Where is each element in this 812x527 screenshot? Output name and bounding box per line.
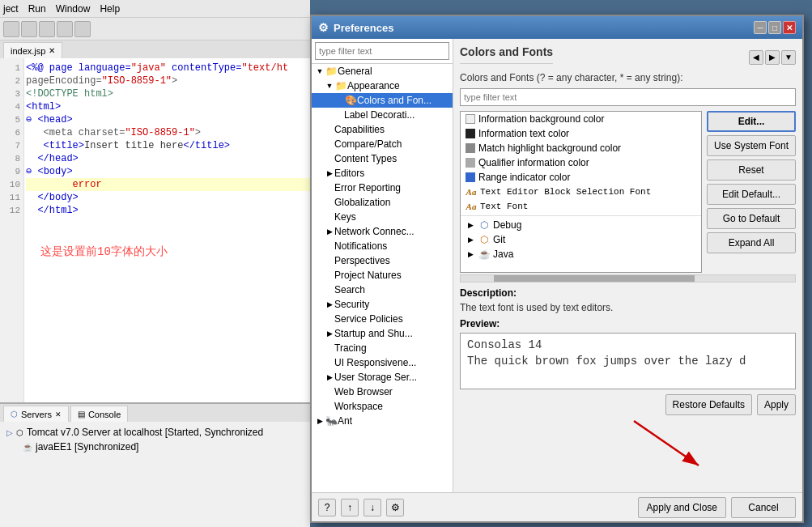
- list-item-info-text[interactable]: Information text color: [461, 126, 701, 141]
- tree-item-compare-patch[interactable]: Compare/Patch: [312, 137, 453, 151]
- tree-item-user-storage[interactable]: ▶ User Storage Ser...: [312, 370, 453, 385]
- settings-icon-button[interactable]: ⚙: [386, 499, 404, 516]
- chinese-label: 这是设置前10字体的大小: [40, 244, 168, 259]
- tree-item-ui-responsiveness[interactable]: UI Responsivene...: [312, 355, 453, 370]
- nav-menu-button[interactable]: ▼: [781, 50, 796, 65]
- preview-section: Preview: Consolas 14 The quick brown fox…: [460, 318, 796, 389]
- list-item-java[interactable]: ▶ ☕ Java: [461, 247, 701, 261]
- apply-button[interactable]: Apply: [757, 394, 796, 415]
- export-button[interactable]: ↑: [341, 499, 359, 516]
- tree-item-keys[interactable]: Keys: [312, 210, 453, 224]
- import-button[interactable]: ↓: [363, 499, 381, 516]
- nav-forward-button[interactable]: ▶: [765, 50, 780, 65]
- reset-button[interactable]: Reset: [707, 159, 796, 181]
- tree-item-capabilities[interactable]: Capabilities: [312, 122, 453, 137]
- tree-item-service-policies[interactable]: Service Policies: [312, 312, 453, 326]
- list-item-text-editor-block-font[interactable]: Aa Text Editor Block Selection Font: [461, 185, 701, 199]
- dialog-overlay: ⚙ Preferences ─ □ ✕ ▼: [310, 0, 812, 527]
- apply-and-close-button[interactable]: Apply and Close: [638, 497, 726, 518]
- toolbar-btn-2[interactable]: [21, 21, 37, 37]
- tab-label: index.jsp: [11, 46, 45, 56]
- restore-defaults-button[interactable]: Restore Defaults: [665, 394, 752, 415]
- tree-item-project-natures[interactable]: Project Natures: [312, 268, 453, 283]
- preferences-dialog: ⚙ Preferences ─ □ ✕ ▼: [310, 15, 804, 523]
- font-icon-block: Aa: [466, 186, 477, 198]
- ide-bottom-panel: ⬡ Servers ✕ ▤ Console ▷ ⬡ Tomcat v7.0 Se…: [0, 402, 310, 527]
- menu-item-project[interactable]: ject: [3, 3, 19, 15]
- dialog-titlebar: ⚙ Preferences ─ □ ✕: [312, 16, 802, 39]
- tab-servers[interactable]: ⬡ Servers ✕: [3, 406, 69, 422]
- tree-item-startup[interactable]: ▶ Startup and Shu...: [312, 326, 453, 341]
- title-buttons: ─ □ ✕: [754, 21, 796, 34]
- minimize-button[interactable]: ─: [754, 21, 767, 34]
- code-editor[interactable]: 1 2 3 4 5 6 7 8 9 10 11 12 <%@ page lang…: [0, 58, 310, 402]
- tab-close-icon[interactable]: ✕: [49, 46, 55, 55]
- font-list[interactable]: Information background color Information…: [460, 111, 702, 273]
- tree-item-error-reporting[interactable]: Error Reporting: [312, 181, 453, 195]
- list-item-debug[interactable]: ▶ ⬡ Debug: [461, 218, 701, 232]
- toolbar-btn-3[interactable]: [39, 21, 55, 37]
- horizontal-scrollbar[interactable]: [460, 274, 796, 283]
- help-button[interactable]: ?: [318, 499, 336, 516]
- content-filter-input[interactable]: [460, 88, 796, 106]
- servers-tab-close[interactable]: ✕: [55, 410, 62, 419]
- toolbar-btn-4[interactable]: [57, 21, 73, 37]
- list-item-git[interactable]: ▶ ⬡ Git: [461, 232, 701, 247]
- code-content: <%@ page language="java" contentType="te…: [26, 62, 310, 217]
- list-item-text-font[interactable]: Aa Text Font: [461, 199, 701, 214]
- tab-console[interactable]: ▤ Console: [70, 406, 128, 422]
- java-icon: ☕: [478, 249, 490, 260]
- tree-item-search[interactable]: Search: [312, 283, 453, 297]
- tree-item-security[interactable]: ▶ Security: [312, 297, 453, 312]
- tree-item-editors[interactable]: ▶ Editors: [312, 166, 453, 181]
- right-buttons: Edit... Use System Font Reset Edit Defau…: [707, 111, 796, 273]
- tree-body[interactable]: ▼ 📁 General ▼ 📁 Appearance: [312, 64, 453, 492]
- expand-all-button[interactable]: Expand All: [707, 232, 796, 253]
- cancel-button[interactable]: Cancel: [731, 497, 796, 518]
- menu-item-run[interactable]: Run: [28, 3, 46, 15]
- edit-button[interactable]: Edit...: [707, 111, 796, 132]
- use-system-font-button[interactable]: Use System Font: [707, 135, 796, 156]
- list-item-range[interactable]: Range indicator color: [461, 170, 701, 185]
- tree-item-notifications[interactable]: Notifications: [312, 239, 453, 253]
- maximize-button[interactable]: □: [768, 21, 781, 34]
- list-item-qualifier[interactable]: Qualifier information color: [461, 155, 701, 170]
- tab-index-jsp[interactable]: index.jsp ✕: [3, 42, 62, 58]
- tree-item-tracing[interactable]: Tracing: [312, 341, 453, 355]
- scrollbar-thumb: [494, 275, 695, 282]
- tree-filter-input[interactable]: [315, 42, 449, 60]
- edit-default-button[interactable]: Edit Default...: [707, 184, 796, 205]
- go-to-default-button[interactable]: Go to Default: [707, 208, 796, 229]
- tree-item-colors-fonts[interactable]: 🎨 Colors and Fon...: [312, 93, 453, 108]
- ide-background: ject Run Window Help index.jsp ✕ 1 2 3 4…: [0, 0, 310, 527]
- close-button[interactable]: ✕: [783, 21, 796, 34]
- ide-menubar: ject Run Window Help: [0, 0, 310, 18]
- tree-item-perspectives[interactable]: Perspectives: [312, 253, 453, 268]
- content-panel: Colors and Fonts ◀ ▶ ▼ Colors and Fonts …: [453, 39, 802, 492]
- list-item-info-bg[interactable]: Information background color: [461, 112, 701, 126]
- tree-item-general[interactable]: ▼ 📁 General: [312, 64, 453, 79]
- tree-item-workspace[interactable]: Workspace: [312, 399, 453, 414]
- menu-item-window[interactable]: Window: [56, 3, 91, 15]
- tree-item-globalization[interactable]: Globalization: [312, 195, 453, 210]
- description-label: Description:: [460, 287, 796, 299]
- color-swatch-qualifier: [466, 158, 475, 168]
- list-item-match-highlight[interactable]: Match highlight background color: [461, 141, 701, 155]
- dialog-bottom-bar: ? ↑ ↓ ⚙ Apply and Close Cancel: [312, 492, 802, 521]
- toolbar-btn-5[interactable]: [74, 21, 91, 37]
- menu-item-help[interactable]: Help: [100, 3, 120, 15]
- tree-item-label-decorations[interactable]: Label Decorati...: [312, 108, 453, 122]
- tree-item-ant[interactable]: ▶ 🐜 Ant: [312, 414, 453, 428]
- tree-item-web-browser[interactable]: Web Browser: [312, 385, 453, 399]
- bottom-left-buttons: ? ↑ ↓ ⚙: [318, 499, 404, 516]
- tree-item-content-types[interactable]: Content Types: [312, 151, 453, 166]
- tree-item-appearance[interactable]: ▼ 📁 Appearance: [312, 79, 453, 93]
- content-subtitle: Colors and Fonts (? = any character, * =…: [460, 72, 796, 83]
- description-section: Description: The text font is used by te…: [460, 287, 796, 313]
- toolbar-btn-1[interactable]: [3, 21, 19, 37]
- tree-item-network[interactable]: ▶ Network Connec...: [312, 224, 453, 239]
- dialog-content: ▼ 📁 General ▼ 📁 Appearance: [312, 39, 802, 492]
- debug-icon: ⬡: [478, 219, 490, 231]
- nav-back-button[interactable]: ◀: [749, 50, 763, 65]
- content-title: Colors and Fonts: [460, 45, 553, 64]
